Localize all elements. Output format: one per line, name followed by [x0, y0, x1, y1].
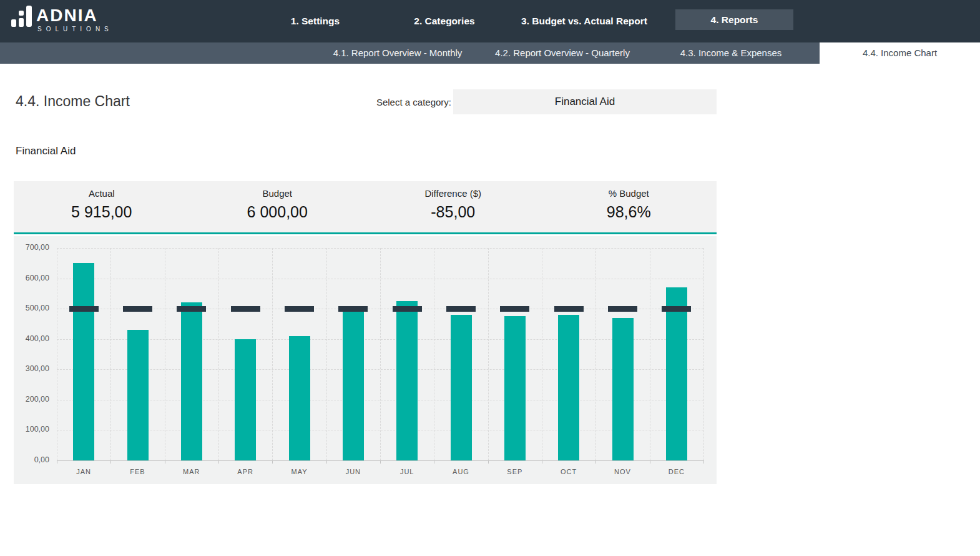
- x-axis-label-jun: JUN: [326, 468, 380, 475]
- x-axis-label-mar: MAR: [165, 468, 218, 475]
- y-axis-tick-label: 300,00: [7, 364, 49, 373]
- actual-bar-jun: [343, 307, 364, 460]
- budget-marker-nov: [608, 306, 637, 312]
- stat-value: 5 915,00: [14, 203, 190, 221]
- budget-marker-aug: [446, 306, 476, 312]
- gridline-vertical: [110, 248, 111, 460]
- subnav-tab-income-expenses[interactable]: 4.3. Income & Expenses: [649, 42, 813, 64]
- x-axis-label-feb: FEB: [111, 468, 165, 475]
- budget-marker-apr: [231, 306, 260, 312]
- category-select-dropdown[interactable]: Financial Aid: [453, 89, 717, 114]
- stat-value: 6 000,00: [190, 203, 366, 221]
- x-axis-label-sep: SEP: [488, 468, 542, 475]
- nav-tab-categories[interactable]: 2. Categories: [394, 0, 494, 42]
- budget-marker-jul: [393, 306, 422, 312]
- stat-card-actual: Actual 5 915,00: [14, 181, 190, 232]
- brand-name: ADNIA: [36, 6, 98, 26]
- y-axis-tick-label: 200,00: [7, 395, 49, 404]
- gridline-vertical: [272, 248, 273, 460]
- budget-marker-jun: [338, 306, 368, 312]
- summary-stats-panel: Actual 5 915,00 Budget 6 000,00 Differen…: [14, 181, 717, 234]
- adnia-logo[interactable]: ADNIA SOLUTIONS: [11, 7, 124, 37]
- top-nav-bar: ADNIA SOLUTIONS 1. Settings 2. Categorie…: [0, 0, 980, 42]
- category-select-label: Select a category:: [337, 97, 451, 107]
- actual-bar-jan: [73, 263, 94, 460]
- actual-bar-oct: [558, 315, 579, 460]
- stat-card-difference: Difference ($) -85,00: [365, 181, 541, 232]
- gridline-vertical: [542, 248, 542, 460]
- stat-card-percent-budget: % Budget 98,6%: [541, 181, 717, 232]
- budget-marker-may: [285, 306, 314, 312]
- subnav-tab-report-overview-monthly[interactable]: 4.1. Report Overview - Monthly: [315, 42, 480, 64]
- actual-bar-aug: [451, 315, 472, 460]
- budget-marker-dec: [662, 306, 691, 312]
- budget-marker-mar: [177, 306, 206, 312]
- chart-section-title: Financial Aid: [16, 145, 76, 157]
- x-axis-label-oct: OCT: [542, 468, 595, 475]
- actual-bar-sep: [504, 316, 526, 460]
- x-axis-label-may: MAY: [273, 468, 326, 475]
- gridline-vertical: [218, 248, 219, 460]
- x-axis-label-dec: DEC: [650, 468, 703, 475]
- gridline-vertical: [165, 248, 165, 460]
- y-axis-tick-label: 600,00: [7, 274, 49, 282]
- gridline-vertical: [380, 248, 381, 460]
- budget-marker-jan: [69, 306, 99, 312]
- x-axis-tick: [703, 460, 704, 464]
- brand-subtitle: SOLUTIONS: [37, 26, 113, 32]
- stat-card-budget: Budget 6 000,00: [190, 181, 366, 232]
- y-axis-tick-label: 700,00: [7, 243, 49, 252]
- y-axis-tick-label: 100,00: [7, 425, 49, 434]
- stat-value: 98,6%: [541, 203, 717, 221]
- actual-bar-mar: [181, 302, 202, 460]
- x-axis-label-jan: JAN: [57, 468, 110, 475]
- gridline-vertical: [326, 248, 327, 460]
- stat-value: -85,00: [365, 203, 541, 221]
- x-axis-label-nov: NOV: [596, 468, 650, 475]
- gridline-vertical: [488, 248, 489, 460]
- subnav-tab-income-chart-active[interactable]: 4.4. Income Chart: [820, 42, 980, 64]
- gridline-vertical: [650, 248, 650, 460]
- bar-chart-plot-area: 0,00100,00200,00300,00400,00500,00600,00…: [57, 248, 703, 460]
- nav-tab-budget-vs-actual[interactable]: 3. Budget vs. Actual Report: [506, 0, 663, 42]
- y-axis-tick-label: 400,00: [7, 334, 49, 343]
- y-axis-tick-label: 500,00: [7, 304, 49, 312]
- nav-tab-settings[interactable]: 1. Settings: [268, 0, 362, 42]
- gridline-vertical: [595, 248, 596, 460]
- gridline-vertical: [57, 248, 57, 460]
- actual-bar-apr: [235, 339, 256, 460]
- gridline-vertical: [434, 248, 434, 460]
- stat-label: Budget: [190, 188, 366, 199]
- budget-marker-feb: [123, 306, 152, 312]
- nav-tab-reports-active[interactable]: 4. Reports: [675, 9, 793, 30]
- gridline-vertical: [703, 248, 704, 460]
- actual-bar-dec: [666, 287, 687, 460]
- stat-label: Actual: [14, 188, 190, 199]
- actual-bar-nov: [612, 318, 634, 460]
- reports-subnav-bar: 4.1. Report Overview - Monthly 4.2. Repo…: [0, 42, 820, 64]
- x-axis-label-jul: JUL: [380, 468, 434, 475]
- page-title: 4.4. Income Chart: [16, 93, 130, 110]
- actual-bar-may: [289, 336, 310, 460]
- subnav-tab-report-overview-quarterly[interactable]: 4.2. Report Overview - Quarterly: [481, 42, 644, 64]
- actual-bar-feb: [127, 330, 149, 460]
- stat-label: Difference ($): [365, 188, 541, 199]
- budget-marker-oct: [554, 306, 584, 312]
- budget-marker-sep: [500, 306, 529, 312]
- bar-chart-logo-icon: [11, 6, 32, 27]
- actual-bar-jul: [396, 301, 418, 460]
- x-axis-label-aug: AUG: [434, 468, 488, 475]
- income-chart-panel: 0,00100,00200,00300,00400,00500,00600,00…: [14, 236, 717, 484]
- y-axis-tick-label: 0,00: [7, 455, 49, 464]
- x-axis-label-apr: APR: [218, 468, 272, 475]
- stat-label: % Budget: [541, 188, 717, 199]
- x-axis-line: [57, 460, 703, 461]
